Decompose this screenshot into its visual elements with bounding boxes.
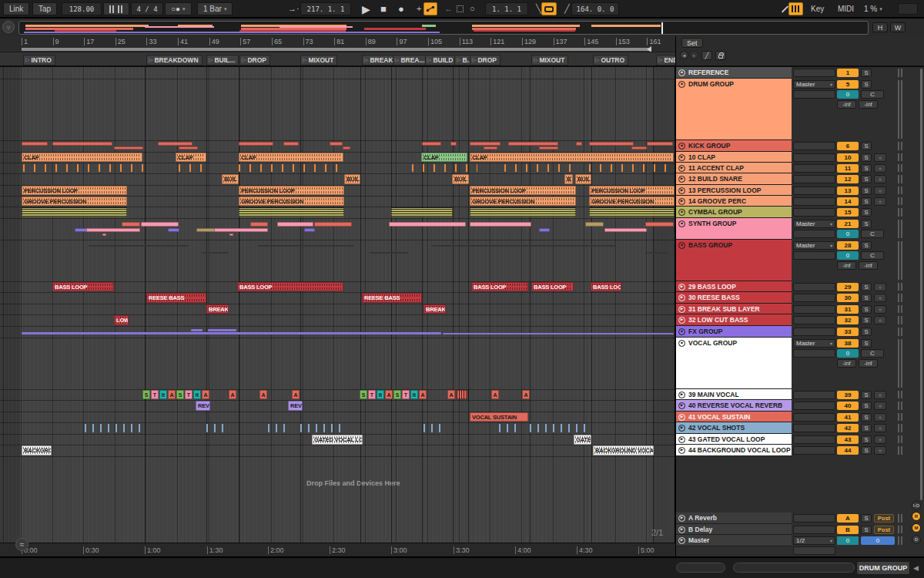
crossfade-assign[interactable]: C [861,251,884,260]
groove-menu[interactable]: 1 Bar▾ [197,2,233,15]
track-row[interactable]: ▶43 GATED VOCAL LOOP43S○ [676,434,924,445]
track-row[interactable]: ■REFERENCE1S [676,67,924,79]
clip[interactable]: GROOVE PERCUSSION [22,197,127,206]
clip[interactable] [431,245,616,247]
arm-button[interactable]: ○ [874,197,886,206]
clip[interactable]: GATED VOCAL LO [312,435,363,445]
clip[interactable]: S [393,390,401,399]
track-row[interactable]: ▶40 REVERSE VOCAL REVERB40S○ [676,400,924,412]
clip[interactable]: PERCUSSION LOOP [470,186,576,195]
solo-button[interactable]: S [861,391,872,399]
clip[interactable] [52,142,112,146]
track-name[interactable]: ■BASS GROUP [676,240,792,281]
volume-field[interactable]: -inf [837,359,856,368]
clip[interactable] [343,146,350,150]
io-routing-menu[interactable]: Master▾ [793,339,835,348]
clip[interactable] [470,222,531,227]
track-activator[interactable]: 41 [837,413,859,422]
clip[interactable] [22,142,48,146]
clip[interactable] [530,424,590,432]
clip[interactable]: BREAK [206,304,229,314]
track-activator[interactable]: 11 [837,164,859,173]
arm-button[interactable]: ○ [874,294,886,302]
clip[interactable]: A [491,390,499,399]
track-row[interactable]: ▶44 BACKGROUND VOCAL LOOP44S○ [676,445,924,456]
link-button[interactable]: Link [3,2,29,15]
previous-locator-button[interactable]: ◂ [680,51,688,59]
track-row[interactable]: ■CYMBAL GROUP15S [676,207,924,218]
clip[interactable] [539,228,550,232]
io-routing-menu[interactable]: 1/2▾ [793,536,835,545]
clip[interactable] [484,146,497,150]
clip[interactable] [206,424,226,432]
clip[interactable]: T [151,390,159,399]
track-name[interactable]: ■VOCAL GROUP [676,338,792,389]
clip[interactable]: T [368,390,376,399]
pan-knob[interactable]: 0 [837,251,859,260]
clip[interactable] [314,222,352,227]
clip[interactable]: REV [288,401,303,411]
track-name[interactable]: ■DRUM GROUP [676,79,792,140]
clip[interactable]: A [168,390,176,399]
record-button[interactable]: ● [392,2,410,15]
io-routing-menu[interactable]: Master▾ [793,241,835,250]
clip[interactable] [443,333,674,334]
panel-toggle-m[interactable]: M [912,523,921,533]
solo-button[interactable]: S [861,402,872,410]
clip[interactable] [196,228,215,232]
solo-button[interactable]: S [861,197,872,206]
track-name[interactable]: ▶A Reverb [676,512,792,524]
arm-button[interactable]: ○ [874,446,886,455]
track-name[interactable]: ▶42 VOCAL SHOTS [676,422,792,434]
clip[interactable]: A [522,390,530,399]
track-row[interactable]: ▶30 REESE BASS30S○ [676,292,924,304]
clip[interactable]: It [159,390,167,399]
clip[interactable] [277,222,313,227]
clip[interactable] [589,164,674,172]
clip[interactable] [229,234,233,236]
io-routing-menu[interactable] [793,328,835,336]
clip[interactable] [122,222,140,227]
clip[interactable]: A [419,390,427,399]
pan-knob[interactable]: 0 [837,349,859,358]
track-name[interactable]: ▶Master [676,535,792,546]
zoom-out-icon[interactable]: ≈ [15,538,28,551]
io-routing-menu[interactable] [793,402,835,410]
io-routing-menu[interactable] [793,446,835,455]
session-record-button[interactable]: ○ [464,2,481,15]
clip[interactable]: BASS LOOP [237,282,343,291]
arrangement-position-field[interactable]: 217. 1. 1 [300,2,351,15]
return-track-row[interactable]: ▶B DelayBSPost [676,524,924,535]
clip[interactable] [589,207,675,217]
track-name[interactable]: ▶41 VOCAL SUSTAIN [676,412,792,422]
clip[interactable] [179,164,208,172]
track-activator[interactable]: 21 [837,220,859,228]
clip[interactable] [22,332,441,334]
io-routing-menu[interactable] [793,142,835,150]
solo-button[interactable]: S [861,328,872,336]
clip[interactable] [576,142,582,146]
clip[interactable]: PERCUSSION LOOP [239,186,344,195]
track-name[interactable]: ■REFERENCE [676,67,792,79]
solo-button[interactable]: S [861,175,872,183]
clip[interactable] [424,424,445,432]
arm-button[interactable]: ○ [874,175,886,183]
clip[interactable] [585,222,604,227]
track-row[interactable]: ■SYNTH GROUPMaster▾21S0C [676,218,924,240]
solo-button[interactable]: S [861,208,872,217]
track-row[interactable]: ■FX GROUP33S [676,326,924,338]
clip[interactable]: A [292,390,300,399]
quantize-menu[interactable]: ○●▾ [165,2,192,15]
clip[interactable]: BUIL [344,174,360,184]
clip[interactable]: CLAP [421,153,467,162]
clip[interactable] [508,142,558,146]
locator[interactable]: ▷INTRO [23,55,55,66]
solo-button[interactable]: S [861,424,872,432]
io-routing-menu[interactable] [793,69,835,77]
optimize-height-button[interactable]: H [872,22,888,32]
locator[interactable]: ▷MIXOUT [531,55,568,66]
clip[interactable] [239,207,344,217]
crossfade-assign[interactable]: C [861,90,884,99]
clip[interactable] [168,228,179,232]
clip[interactable]: PERCUSSION LOOP [22,186,127,195]
